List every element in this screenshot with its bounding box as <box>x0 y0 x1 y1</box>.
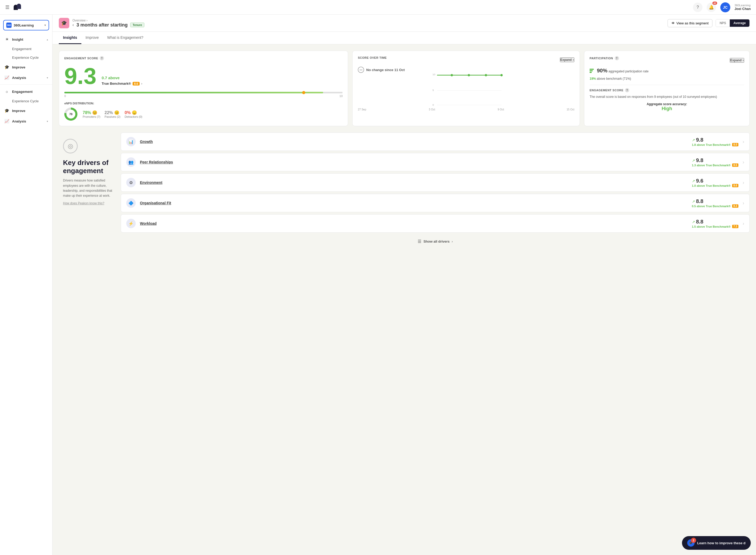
participation-card: PARTICIPATION ? Expand › 90% <box>584 51 750 126</box>
nps-toggle: NPS Average <box>716 19 750 27</box>
nav-section-improve2: 🎓 Improve <box>0 106 52 116</box>
driver-row-peer[interactable]: 👥 Peer Relationships ↗ 9.8 1.3 above Tru… <box>121 153 750 171</box>
avatar[interactable]: JC <box>720 2 730 12</box>
sidebar-item-improve2[interactable]: 🎓 Improve <box>0 106 52 116</box>
sidebar-item-insight[interactable]: ☀ Insight ▴ <box>0 35 52 44</box>
back-arrow-icon[interactable]: ‹ <box>73 23 74 27</box>
tab-what-is-engagement[interactable]: What is Engagement? <box>103 32 148 44</box>
breadcrumb: Overview › <box>73 18 144 22</box>
help-button[interactable]: ? <box>693 3 703 12</box>
enps-stats: 78% 😊 Promoters (7) 22% 😐 Passives (2) <box>83 110 142 118</box>
chevron-down-icon: ▾ <box>47 76 48 79</box>
chart-label-15oct: 15 Oct <box>566 108 574 111</box>
svg-text:5: 5 <box>433 89 434 91</box>
divider <box>590 85 744 85</box>
score-bar-labels: 0 10 <box>64 94 343 97</box>
benchmark-chevron-icon[interactable]: › <box>141 82 142 86</box>
engagement-score-help2[interactable]: ? <box>625 88 629 92</box>
org-selector[interactable]: 360 360Learning ▾ <box>3 20 49 31</box>
segment-title-row: ‹ 3 months after starting Tenure <box>73 22 144 28</box>
no-change-indicator: — No change since 11 Oct <box>358 67 574 73</box>
engagement-score-sublabel: ENGAGEMENT SCORE ? <box>590 88 744 92</box>
improve2-icon: 🎓 <box>4 108 9 113</box>
tab-insights[interactable]: Insights <box>59 32 81 44</box>
above-pct: 19% <box>590 77 596 81</box>
score-display: 9.3 0.7 above True Benchmark® 8.6 › <box>64 65 343 88</box>
drivers-learn-more-link[interactable]: How does Peakon know this? <box>63 202 104 205</box>
detractors-label: Detractors (0) <box>125 115 142 118</box>
top-navigation: ☰ ? 🔔 40 JC 360Learning Joei Chan <box>0 0 756 15</box>
notifications-button[interactable]: 🔔 40 <box>707 3 716 12</box>
sidebar-divider <box>0 84 52 85</box>
score-bar-marker <box>302 91 305 94</box>
sidebar-item-engagement[interactable]: Engagement <box>0 45 52 53</box>
detractors-pct: 0% 😞 <box>125 110 142 115</box>
engagement-score-help[interactable]: ? <box>100 56 104 60</box>
sidebar-item-experience-cycle[interactable]: Experience Cycle <box>0 54 52 61</box>
above-benchmark: 19% above benchmark (71%) <box>590 77 744 81</box>
aggregate-accuracy-value: High <box>590 106 744 112</box>
score-time-title: SCORE OVER TIME <box>358 56 387 59</box>
participation-rate-display: 90% aggregated participation rate <box>590 68 744 74</box>
driver-row-org-fit[interactable]: 🔷 Organisational Fit ↗ 8.8 0.5 above Tru… <box>121 194 750 212</box>
growth-benchmark: 1.8 above True Benchmark® 8.0 <box>692 143 739 146</box>
logo <box>14 4 23 11</box>
score-bar-track <box>64 92 343 93</box>
analysis2-icon: 📈 <box>4 119 9 124</box>
peer-up-arrow: ↗ <box>692 159 695 163</box>
expand2-icon: › <box>743 58 744 62</box>
participation-pct: 90% <box>597 68 607 74</box>
score-time-expand-button[interactable]: Expand › <box>560 57 574 62</box>
sidebar-item-analysis2[interactable]: 📈 Analysis ▾ <box>0 117 52 126</box>
org-fit-chevron-icon: › <box>743 200 744 206</box>
nav-left: ☰ <box>5 4 23 11</box>
sidebar-item-analysis[interactable]: 📈 Analysis ▾ <box>0 73 52 82</box>
chevron-up-icon: ▴ <box>47 38 48 41</box>
score-chart: 10 5 0 <box>358 73 574 107</box>
workload-score: 8.8 <box>696 219 704 225</box>
cards-row: ENGAGEMENT SCORE ? 9.3 0.7 above True Be… <box>59 51 750 126</box>
participation-title: PARTICIPATION ? <box>590 56 619 60</box>
driver-row-growth[interactable]: 📊 Growth ↗ 9.8 1.8 above True Benchmark®… <box>121 132 750 151</box>
env-score-section: ↗ 9.6 1.0 above True Benchmark® 8.6 <box>692 178 739 187</box>
participation-expand-button[interactable]: Expand › <box>730 58 744 63</box>
enps-passives: 22% 😐 Passives (2) <box>105 110 120 118</box>
show-all-chevron-icon: › <box>452 240 453 244</box>
segment-header-right: 👁 View as this segment NPS Average <box>668 19 750 27</box>
no-change-text: No change since 11 Oct <box>366 68 405 72</box>
hamburger-icon[interactable]: ☰ <box>5 4 9 10</box>
sidebar-analysis2-label: Analysis <box>12 119 44 123</box>
growth-bench-badge: 8.0 <box>732 143 739 146</box>
benchmark-value-badge: 8.6 <box>132 82 140 86</box>
tab-improve[interactable]: Improve <box>81 32 103 44</box>
driver-row-workload[interactable]: ⚡ Workload ↗ 8.8 1.5 above True Benchmar… <box>121 214 750 232</box>
sidebar-item-engagement2[interactable]: ○ Engagement <box>0 87 52 96</box>
segment-header: 🎓 Overview › ‹ 3 months after starting T… <box>52 15 756 32</box>
env-up-arrow: ↗ <box>692 179 695 183</box>
driver-name-org-fit: Organisational Fit <box>140 201 688 205</box>
help-icon: ? <box>697 5 699 10</box>
org-fit-bench-badge: 8.3 <box>732 204 739 208</box>
score-time-header: SCORE OVER TIME Expand › <box>358 56 574 63</box>
driver-row-environment[interactable]: ⚙ Environment ↗ 9.6 1.0 above True Bench… <box>121 173 750 192</box>
env-score: 9.6 <box>696 178 704 184</box>
sidebar-item-improve[interactable]: 🎓 Improve <box>0 62 52 72</box>
sidebar-improve2-label: Improve <box>12 109 48 113</box>
show-all-drivers-row[interactable]: ☰ Show all drivers › <box>121 235 750 248</box>
participation-header: PARTICIPATION ? Expand › <box>590 56 744 65</box>
org-fit-score-section: ↗ 8.8 0.5 above True Benchmark® 8.3 <box>692 198 739 208</box>
sidebar-item-exp2[interactable]: Experience Cycle <box>0 97 52 105</box>
nps-button[interactable]: NPS <box>716 19 730 27</box>
average-button[interactable]: Average <box>730 19 749 27</box>
tabs-bar: Insights Improve What is Engagement? <box>52 32 756 44</box>
org-fit-icon: 🔷 <box>126 198 136 208</box>
participation-help[interactable]: ? <box>615 56 619 60</box>
env-chevron-icon: › <box>743 180 744 185</box>
sidebar-engagement2-label: Engagement <box>12 90 48 94</box>
peer-chevron-icon: › <box>743 160 744 165</box>
view-as-segment-button[interactable]: 👁 View as this segment <box>668 19 713 27</box>
peer-bench-badge: 8.5 <box>732 163 739 167</box>
tenure-badge: Tenure <box>130 23 144 27</box>
growth-icon: 📊 <box>126 137 136 146</box>
analysis-icon: 📈 <box>4 75 9 80</box>
